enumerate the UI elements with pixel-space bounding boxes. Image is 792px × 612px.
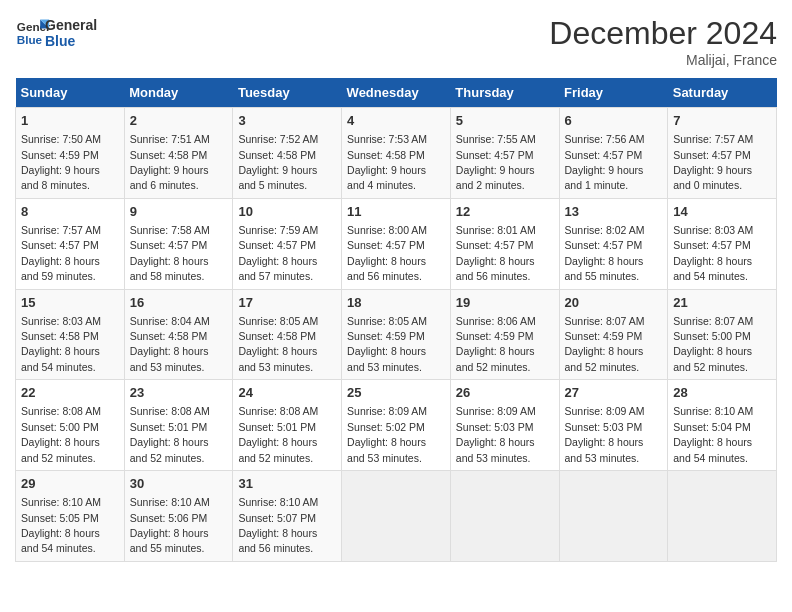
day-number: 29	[21, 475, 119, 493]
calendar-cell: 31Sunrise: 8:10 AM Sunset: 5:07 PM Dayli…	[233, 471, 342, 562]
day-number: 31	[238, 475, 336, 493]
calendar-cell: 30Sunrise: 8:10 AM Sunset: 5:06 PM Dayli…	[124, 471, 233, 562]
calendar-day-header: Friday	[559, 78, 668, 108]
calendar-cell: 13Sunrise: 8:02 AM Sunset: 4:57 PM Dayli…	[559, 198, 668, 289]
day-number: 30	[130, 475, 228, 493]
day-number: 9	[130, 203, 228, 221]
day-number: 18	[347, 294, 445, 312]
calendar-cell: 14Sunrise: 8:03 AM Sunset: 4:57 PM Dayli…	[668, 198, 777, 289]
calendar-day-header: Saturday	[668, 78, 777, 108]
calendar-cell: 19Sunrise: 8:06 AM Sunset: 4:59 PM Dayli…	[450, 289, 559, 380]
day-number: 8	[21, 203, 119, 221]
calendar-cell	[559, 471, 668, 562]
day-info: Sunrise: 8:02 AM Sunset: 4:57 PM Dayligh…	[565, 224, 645, 282]
day-number: 28	[673, 384, 771, 402]
day-info: Sunrise: 7:58 AM Sunset: 4:57 PM Dayligh…	[130, 224, 210, 282]
calendar-table: SundayMondayTuesdayWednesdayThursdayFrid…	[15, 78, 777, 562]
calendar-day-header: Thursday	[450, 78, 559, 108]
day-number: 23	[130, 384, 228, 402]
day-info: Sunrise: 8:01 AM Sunset: 4:57 PM Dayligh…	[456, 224, 536, 282]
day-info: Sunrise: 7:53 AM Sunset: 4:58 PM Dayligh…	[347, 133, 427, 191]
day-number: 3	[238, 112, 336, 130]
day-info: Sunrise: 8:07 AM Sunset: 5:00 PM Dayligh…	[673, 315, 753, 373]
day-number: 7	[673, 112, 771, 130]
day-number: 22	[21, 384, 119, 402]
day-info: Sunrise: 8:03 AM Sunset: 4:57 PM Dayligh…	[673, 224, 753, 282]
day-info: Sunrise: 8:04 AM Sunset: 4:58 PM Dayligh…	[130, 315, 210, 373]
calendar-cell: 16Sunrise: 8:04 AM Sunset: 4:58 PM Dayli…	[124, 289, 233, 380]
day-info: Sunrise: 8:09 AM Sunset: 5:02 PM Dayligh…	[347, 405, 427, 463]
day-info: Sunrise: 7:52 AM Sunset: 4:58 PM Dayligh…	[238, 133, 318, 191]
day-number: 25	[347, 384, 445, 402]
calendar-week-row: 8Sunrise: 7:57 AM Sunset: 4:57 PM Daylig…	[16, 198, 777, 289]
calendar-cell: 23Sunrise: 8:08 AM Sunset: 5:01 PM Dayli…	[124, 380, 233, 471]
calendar-cell: 20Sunrise: 8:07 AM Sunset: 4:59 PM Dayli…	[559, 289, 668, 380]
day-info: Sunrise: 7:56 AM Sunset: 4:57 PM Dayligh…	[565, 133, 645, 191]
day-info: Sunrise: 8:10 AM Sunset: 5:07 PM Dayligh…	[238, 496, 318, 554]
day-info: Sunrise: 8:08 AM Sunset: 5:01 PM Dayligh…	[130, 405, 210, 463]
day-info: Sunrise: 8:06 AM Sunset: 4:59 PM Dayligh…	[456, 315, 536, 373]
calendar-cell: 1Sunrise: 7:50 AM Sunset: 4:59 PM Daylig…	[16, 108, 125, 199]
day-info: Sunrise: 8:05 AM Sunset: 4:59 PM Dayligh…	[347, 315, 427, 373]
calendar-cell: 2Sunrise: 7:51 AM Sunset: 4:58 PM Daylig…	[124, 108, 233, 199]
calendar-cell: 12Sunrise: 8:01 AM Sunset: 4:57 PM Dayli…	[450, 198, 559, 289]
day-info: Sunrise: 8:07 AM Sunset: 4:59 PM Dayligh…	[565, 315, 645, 373]
calendar-week-row: 1Sunrise: 7:50 AM Sunset: 4:59 PM Daylig…	[16, 108, 777, 199]
calendar-cell: 7Sunrise: 7:57 AM Sunset: 4:57 PM Daylig…	[668, 108, 777, 199]
calendar-week-row: 22Sunrise: 8:08 AM Sunset: 5:00 PM Dayli…	[16, 380, 777, 471]
page-header: General Blue General Blue December 2024 …	[15, 15, 777, 68]
day-info: Sunrise: 7:55 AM Sunset: 4:57 PM Dayligh…	[456, 133, 536, 191]
calendar-cell: 5Sunrise: 7:55 AM Sunset: 4:57 PM Daylig…	[450, 108, 559, 199]
month-title: December 2024	[549, 15, 777, 52]
day-number: 26	[456, 384, 554, 402]
day-info: Sunrise: 7:51 AM Sunset: 4:58 PM Dayligh…	[130, 133, 210, 191]
day-info: Sunrise: 8:00 AM Sunset: 4:57 PM Dayligh…	[347, 224, 427, 282]
calendar-cell: 22Sunrise: 8:08 AM Sunset: 5:00 PM Dayli…	[16, 380, 125, 471]
day-info: Sunrise: 7:57 AM Sunset: 4:57 PM Dayligh…	[21, 224, 101, 282]
day-info: Sunrise: 8:10 AM Sunset: 5:06 PM Dayligh…	[130, 496, 210, 554]
calendar-cell: 10Sunrise: 7:59 AM Sunset: 4:57 PM Dayli…	[233, 198, 342, 289]
day-number: 20	[565, 294, 663, 312]
day-number: 17	[238, 294, 336, 312]
day-number: 12	[456, 203, 554, 221]
day-info: Sunrise: 8:10 AM Sunset: 5:04 PM Dayligh…	[673, 405, 753, 463]
day-info: Sunrise: 8:08 AM Sunset: 5:01 PM Dayligh…	[238, 405, 318, 463]
day-number: 14	[673, 203, 771, 221]
calendar-week-row: 29Sunrise: 8:10 AM Sunset: 5:05 PM Dayli…	[16, 471, 777, 562]
calendar-cell	[450, 471, 559, 562]
day-info: Sunrise: 8:08 AM Sunset: 5:00 PM Dayligh…	[21, 405, 101, 463]
calendar-cell: 6Sunrise: 7:56 AM Sunset: 4:57 PM Daylig…	[559, 108, 668, 199]
day-info: Sunrise: 8:09 AM Sunset: 5:03 PM Dayligh…	[565, 405, 645, 463]
calendar-day-header: Sunday	[16, 78, 125, 108]
day-number: 2	[130, 112, 228, 130]
day-info: Sunrise: 8:03 AM Sunset: 4:58 PM Dayligh…	[21, 315, 101, 373]
calendar-cell: 11Sunrise: 8:00 AM Sunset: 4:57 PM Dayli…	[342, 198, 451, 289]
day-number: 11	[347, 203, 445, 221]
calendar-cell: 26Sunrise: 8:09 AM Sunset: 5:03 PM Dayli…	[450, 380, 559, 471]
day-info: Sunrise: 7:50 AM Sunset: 4:59 PM Dayligh…	[21, 133, 101, 191]
location: Malijai, France	[549, 52, 777, 68]
calendar-header-row: SundayMondayTuesdayWednesdayThursdayFrid…	[16, 78, 777, 108]
calendar-cell: 15Sunrise: 8:03 AM Sunset: 4:58 PM Dayli…	[16, 289, 125, 380]
day-number: 21	[673, 294, 771, 312]
calendar-cell: 27Sunrise: 8:09 AM Sunset: 5:03 PM Dayli…	[559, 380, 668, 471]
calendar-cell: 28Sunrise: 8:10 AM Sunset: 5:04 PM Dayli…	[668, 380, 777, 471]
calendar-day-header: Tuesday	[233, 78, 342, 108]
day-number: 6	[565, 112, 663, 130]
calendar-cell: 21Sunrise: 8:07 AM Sunset: 5:00 PM Dayli…	[668, 289, 777, 380]
day-number: 4	[347, 112, 445, 130]
calendar-cell: 3Sunrise: 7:52 AM Sunset: 4:58 PM Daylig…	[233, 108, 342, 199]
day-info: Sunrise: 7:59 AM Sunset: 4:57 PM Dayligh…	[238, 224, 318, 282]
calendar-cell: 9Sunrise: 7:58 AM Sunset: 4:57 PM Daylig…	[124, 198, 233, 289]
day-info: Sunrise: 8:10 AM Sunset: 5:05 PM Dayligh…	[21, 496, 101, 554]
calendar-day-header: Wednesday	[342, 78, 451, 108]
calendar-body: 1Sunrise: 7:50 AM Sunset: 4:59 PM Daylig…	[16, 108, 777, 562]
calendar-cell	[668, 471, 777, 562]
day-number: 13	[565, 203, 663, 221]
day-number: 19	[456, 294, 554, 312]
calendar-cell: 4Sunrise: 7:53 AM Sunset: 4:58 PM Daylig…	[342, 108, 451, 199]
day-number: 1	[21, 112, 119, 130]
day-number: 10	[238, 203, 336, 221]
calendar-week-row: 15Sunrise: 8:03 AM Sunset: 4:58 PM Dayli…	[16, 289, 777, 380]
logo-blue: Blue	[45, 33, 97, 49]
